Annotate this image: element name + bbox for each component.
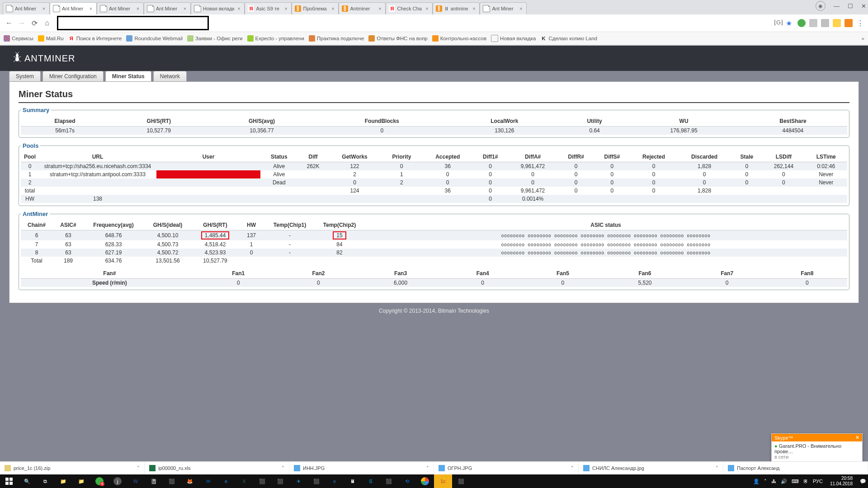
browser-tab[interactable]: ₿Проблема× xyxy=(292,2,339,14)
browser-tab[interactable]: Новая вкладк× xyxy=(191,2,245,14)
close-icon[interactable]: × xyxy=(182,6,188,11)
menu-icon[interactable]: ⋮ xyxy=(856,19,864,27)
bookmark-item[interactable]: Заявки - Офис реги xyxy=(187,35,243,42)
browser-tab[interactable]: ЯCheck Cha× xyxy=(386,2,433,14)
profile-avatar-icon[interactable]: ◉ xyxy=(816,1,826,11)
input-icon[interactable]: ⌨ xyxy=(792,479,799,484)
bookmark-item[interactable]: Практика подключе xyxy=(309,35,364,42)
browser-tab[interactable]: ЯAsic S9 те× xyxy=(245,2,292,14)
taskbar-app[interactable]: 📁 xyxy=(72,474,90,488)
close-icon[interactable]: × xyxy=(135,6,141,11)
bookmarks-overflow[interactable]: » xyxy=(862,36,864,41)
close-icon[interactable]: × xyxy=(88,6,94,11)
bookmark-item[interactable]: KСделаю копию Land xyxy=(540,35,597,42)
tray-chevron-icon[interactable]: ˄ xyxy=(764,479,767,484)
home-button[interactable]: ⌂ xyxy=(42,18,52,28)
translate-icon[interactable]: ⁅G⁆ xyxy=(774,19,782,27)
chevron-up-icon[interactable]: ˄ xyxy=(571,465,574,471)
taskbar-app[interactable]: X xyxy=(235,474,253,488)
extension-icon[interactable] xyxy=(833,19,841,27)
taskbar-app[interactable]: 📁 xyxy=(54,474,72,488)
system-clock[interactable]: 20:5811.04.2018 xyxy=(827,475,855,488)
download-item[interactable]: Паспорт Александ xyxy=(723,462,868,474)
taskbar-app[interactable]: 1c xyxy=(434,474,452,488)
close-icon[interactable]: × xyxy=(424,6,429,11)
people-icon[interactable]: 👤 xyxy=(753,479,760,484)
tab-miner-status[interactable]: Miner Status xyxy=(105,71,151,81)
bookmark-item[interactable]: Expecto - управлени xyxy=(247,35,304,42)
volume-icon[interactable]: 🔊 xyxy=(781,479,787,484)
browser-tab[interactable]: Ant Miner× xyxy=(50,2,97,14)
tab-miner-configuration[interactable]: Miner Configuration xyxy=(42,71,104,81)
search-icon[interactable]: 🔍 xyxy=(18,474,36,488)
forward-button[interactable]: → xyxy=(16,18,27,28)
close-button[interactable]: ✕ xyxy=(861,3,866,9)
taskbar-app[interactable]: ✈ xyxy=(289,474,307,488)
taskbar-app[interactable]: ⬛ xyxy=(253,474,271,488)
back-button[interactable]: ← xyxy=(4,18,14,28)
language-indicator[interactable]: РУС xyxy=(813,479,823,484)
browser-tab[interactable]: Ant Miner× xyxy=(3,2,50,14)
taskbar-app[interactable]: 4 xyxy=(90,474,108,488)
taskbar-app[interactable]: ✉ xyxy=(199,474,217,488)
bookmark-item[interactable]: Новая вкладка xyxy=(491,35,536,42)
browser-tab[interactable]: Ant Miner× xyxy=(480,2,527,14)
browser-tab[interactable]: Ant Miner× xyxy=(97,2,144,14)
download-item[interactable]: СНИЛС Александр.jpg˄ xyxy=(579,462,723,474)
chevron-up-icon[interactable]: ˄ xyxy=(426,465,429,471)
download-item[interactable]: price_1c (16).zip˄ xyxy=(0,462,145,474)
taskbar-app[interactable]: ⟲ xyxy=(398,474,416,488)
bookmark-item[interactable]: Контрольно-кассов xyxy=(432,35,486,42)
start-button[interactable] xyxy=(0,474,18,488)
minimize-button[interactable]: — xyxy=(834,3,840,9)
close-icon[interactable]: × xyxy=(330,6,335,11)
close-icon[interactable]: × xyxy=(41,6,47,11)
chevron-up-icon[interactable]: ˄ xyxy=(716,465,718,471)
taskbar-app[interactable]: e xyxy=(326,474,344,488)
network-icon[interactable]: 🖧 xyxy=(771,479,776,484)
tab-network[interactable]: Network xyxy=(153,71,187,81)
download-item[interactable]: ОГРН.JPG˄ xyxy=(434,462,579,474)
taskbar-app[interactable]: 📓 xyxy=(145,474,163,488)
task-view-icon[interactable]: ⧉ xyxy=(36,474,54,488)
bookmark-item[interactable]: Сервисы xyxy=(4,35,33,42)
bookmark-star-icon[interactable]: ★ xyxy=(786,19,794,27)
taskbar-app[interactable]: 🖩 xyxy=(344,474,362,488)
bookmark-item[interactable]: Mail.Ru xyxy=(38,35,64,42)
extension-icon[interactable] xyxy=(844,19,853,27)
download-item[interactable]: ИНН.JPG˄ xyxy=(289,462,434,474)
maximize-button[interactable]: ☐ xyxy=(848,3,853,9)
taskbar-app[interactable]: ⬛ xyxy=(271,474,289,488)
chevron-up-icon[interactable]: ˄ xyxy=(137,465,140,471)
taskbar-app[interactable]: ⬛ xyxy=(307,474,326,488)
browser-tab[interactable]: ₿Antminer× xyxy=(339,2,386,14)
download-item[interactable]: ip00000_ru.xls˄ xyxy=(145,462,289,474)
extension-icon[interactable] xyxy=(797,19,806,27)
tab-system[interactable]: System xyxy=(9,71,41,81)
taskbar-app[interactable]: S xyxy=(362,474,380,488)
extension-icon[interactable] xyxy=(809,19,817,27)
close-icon[interactable]: × xyxy=(518,6,524,11)
browser-tab[interactable]: Ant Miner× xyxy=(144,2,191,14)
taskbar-app[interactable]: 🦊 xyxy=(181,474,199,488)
defender-icon[interactable]: ⛨ xyxy=(803,479,808,484)
close-icon[interactable]: × xyxy=(377,6,382,11)
close-icon[interactable]: × xyxy=(236,6,241,11)
taskbar-app[interactable]: ⬛ xyxy=(380,474,398,488)
bookmark-item[interactable]: Ответы ФНС на вопр xyxy=(368,35,427,42)
toast-close-icon[interactable]: ✕ xyxy=(855,435,859,441)
taskbar-app[interactable]: ⬛ xyxy=(452,474,470,488)
close-icon[interactable]: × xyxy=(471,6,476,11)
reload-button[interactable]: ⟳ xyxy=(29,18,40,28)
browser-tab[interactable]: ₿⏸ antmine× xyxy=(433,2,480,14)
taskbar-app[interactable]: e xyxy=(217,474,235,488)
taskbar-app[interactable]: ⬛ xyxy=(163,474,181,488)
taskbar-app[interactable] xyxy=(416,474,434,488)
taskbar-app[interactable]: W xyxy=(127,474,145,488)
close-icon[interactable]: × xyxy=(283,6,288,11)
url-input[interactable] xyxy=(57,16,209,30)
bookmark-item[interactable]: ЯПоиск в Интернете xyxy=(68,35,122,42)
bookmark-item[interactable]: Roundcube Webmail xyxy=(126,35,183,42)
skype-toast[interactable]: Skype™✕ ● Garant.PRO - Внимательно прове… xyxy=(771,433,863,462)
taskbar-app[interactable]: j xyxy=(108,474,127,488)
